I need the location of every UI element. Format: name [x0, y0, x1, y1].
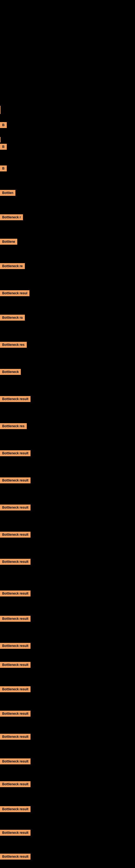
bottleneck-label-1: B — [0, 144, 7, 150]
bottleneck-label-12: Bottleneck res — [0, 423, 27, 429]
bottleneck-label-17: Bottleneck result — [0, 559, 31, 565]
site-title — [0, 0, 135, 4]
bottleneck-label-3: Bottlen — [0, 190, 15, 196]
bottleneck-label-15: Bottleneck result — [0, 504, 31, 510]
bottleneck-label-28: Bottleneck result — [0, 830, 31, 836]
bottleneck-label-8: Bottleneck ra — [0, 315, 25, 321]
bottleneck-label-5: Bottlene — [0, 239, 17, 245]
bottleneck-label-26: Bottleneck result — [0, 781, 31, 787]
bottleneck-label-20: Bottleneck result — [0, 643, 31, 649]
bottleneck-label-6: Bottleneck re — [0, 263, 25, 269]
bottleneck-label-11: Bottleneck result — [0, 396, 31, 402]
bottleneck-label-22: Bottleneck result — [0, 686, 31, 692]
bottleneck-label-23: Bottleneck result — [0, 711, 31, 717]
bottleneck-label-18: Bottleneck result — [0, 590, 31, 596]
bottleneck-label-0: B — [0, 122, 7, 128]
bottleneck-label-13: Bottleneck result — [0, 450, 31, 456]
bottleneck-label-10: Bottleneck — [0, 369, 21, 375]
bottleneck-label-4: Bottleneck r — [0, 214, 23, 220]
bottleneck-label-21: Bottleneck result — [0, 662, 31, 668]
bottleneck-label-19: Bottleneck result — [0, 616, 31, 622]
bottleneck-label-7: Bottleneck resul — [0, 290, 30, 296]
vertical-bar-0 — [0, 106, 1, 114]
bottleneck-label-14: Bottleneck result — [0, 477, 31, 484]
bottleneck-label-16: Bottleneck result — [0, 532, 31, 538]
vertical-bar-1 — [0, 137, 1, 143]
bottleneck-label-27: Bottleneck result — [0, 806, 31, 812]
bottleneck-label-25: Bottleneck result — [0, 758, 31, 764]
bottleneck-label-2: B — [0, 165, 7, 172]
bottleneck-label-24: Bottleneck result — [0, 734, 31, 740]
bottleneck-label-29: Bottleneck result — [0, 854, 31, 860]
bottleneck-label-9: Bottleneck res — [0, 342, 27, 348]
